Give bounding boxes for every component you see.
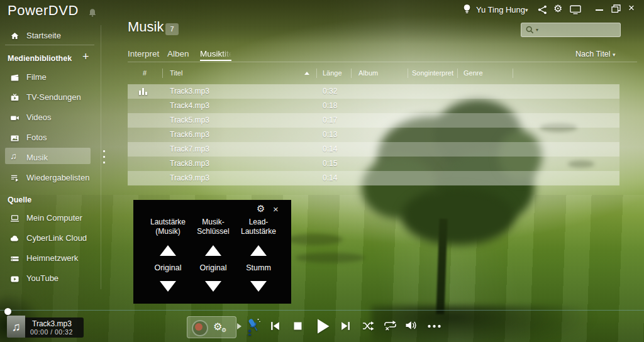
active-tab-underline <box>200 60 231 61</box>
popup-label: Lautstärke (Musik) <box>145 218 191 236</box>
popup-close-icon[interactable]: × <box>273 204 279 214</box>
page-title: Musik <box>128 19 164 35</box>
sidebar-item-youtube[interactable]: YouTube <box>0 272 101 287</box>
photo-icon <box>10 133 19 143</box>
next-track-icon[interactable] <box>340 321 351 331</box>
column-header-songinterpret[interactable]: Songinterpret <box>412 69 453 77</box>
play-icon[interactable] <box>316 318 330 334</box>
popup-value: Stumm <box>236 263 281 272</box>
table-row[interactable]: Track4.mp3 0:18 <box>128 99 619 113</box>
playlist-icon <box>10 174 19 183</box>
youtube-icon <box>10 274 19 284</box>
table-row[interactable]: Track3.mp3 0:32 <box>128 84 619 99</box>
record-button[interactable] <box>192 320 208 336</box>
column-header-titel[interactable]: Titel <box>170 69 182 77</box>
sidebar-item-fotos[interactable]: Fotos <box>0 131 101 146</box>
table-row[interactable]: Track5.mp3 0:17 <box>128 113 619 128</box>
decrease-button[interactable] <box>160 281 176 292</box>
audio-adjust-popup: ⚙ × Lautstärke (Musik) Original Musik-Sc… <box>133 200 291 304</box>
videocam-icon <box>10 113 19 123</box>
repeat-off-icon[interactable] <box>383 320 398 331</box>
music-note-icon: ♫ <box>10 151 17 161</box>
share-icon[interactable] <box>538 5 547 14</box>
minimize-icon[interactable] <box>596 9 603 11</box>
column-header-album[interactable]: Album <box>358 69 378 77</box>
now-playing-thumbnail: ♫ <box>7 316 25 338</box>
search-icon[interactable] <box>526 26 534 34</box>
computer-icon <box>10 214 19 223</box>
home-icon <box>10 31 19 41</box>
sort-ascending-icon <box>304 72 309 75</box>
search-input[interactable] <box>543 24 619 36</box>
sidebar-item-wiedergabelisten[interactable]: Wiedergabelisten <box>0 171 101 186</box>
tab-musiktitel[interactable]: Musiktitel <box>200 49 231 58</box>
user-menu[interactable]: Yu Ting Hung <box>476 5 525 14</box>
sidebar-section-divider <box>5 45 94 45</box>
stop-icon[interactable] <box>293 321 303 331</box>
sidebar-item-cyberlink-cloud[interactable]: CyberLink Cloud <box>0 231 101 246</box>
sidebar-item-tv-sendungen[interactable]: TV-Sendungen <box>0 91 101 106</box>
sidebar-item-videos[interactable]: Videos <box>0 111 101 126</box>
user-name: Yu Ting Hung <box>476 5 525 14</box>
sidebar-item-startseite[interactable]: Startseite <box>0 29 101 44</box>
column-header-num: # <box>143 69 147 77</box>
column-separator <box>162 69 163 78</box>
decrease-button[interactable] <box>250 281 267 292</box>
table-row[interactable]: Track8.mp3 0:15 <box>128 157 619 171</box>
decrease-button[interactable] <box>205 281 221 292</box>
tab-interpret[interactable]: Interpret <box>128 49 159 58</box>
powerdvd-window: PowerDVD Yu Ting Hung ▾ ⚙ × Startseite M… <box>0 0 644 342</box>
shuffle-icon[interactable] <box>362 321 375 331</box>
expand-tools-arrow-icon[interactable] <box>237 323 242 329</box>
sidebar-item-heimnetzwerk[interactable]: Heimnetzwerk <box>0 251 101 267</box>
search-scope-caret-icon[interactable]: ▾ <box>536 27 538 33</box>
library-section-header: Medienbibliothek <box>8 54 72 63</box>
sort-dropdown[interactable]: Nach Titel ▾ <box>575 50 616 58</box>
sidebar-item-musik[interactable]: ♫ Musik <box>0 151 101 166</box>
popup-value: Original <box>191 263 236 272</box>
user-menu-caret-icon[interactable]: ▾ <box>525 7 528 13</box>
sidebar-divider <box>101 25 101 289</box>
popup-label: Musik-Schlüssel <box>191 218 236 236</box>
increase-button[interactable] <box>160 245 176 256</box>
source-section-header: Quelle <box>8 196 31 204</box>
now-playing-title: Track3.mp3 <box>32 319 72 328</box>
table-row[interactable]: Track9.mp3 0:14 <box>128 171 619 185</box>
increase-button[interactable] <box>250 245 267 256</box>
sidebar-item-filme[interactable]: Filme <box>0 70 101 86</box>
search-box: ▾ <box>521 23 621 37</box>
background-smudge <box>286 234 343 245</box>
karaoke-icon[interactable] <box>246 317 261 336</box>
sidebar-resize-handle[interactable] <box>103 146 105 167</box>
table-row[interactable]: Track7.mp3 0:14 <box>128 142 619 157</box>
content-divider <box>128 62 637 62</box>
now-playing-time: 00:00 / 00:32 <box>30 328 73 336</box>
tab-alben[interactable]: Alben <box>167 49 189 58</box>
network-icon <box>10 254 19 263</box>
play-to-device-icon[interactable] <box>570 5 581 14</box>
settings-gear-icon[interactable]: ⚙ <box>553 4 562 14</box>
popup-settings-gear-icon[interactable]: ⚙ <box>257 203 265 214</box>
add-media-button[interactable]: + <box>82 50 89 63</box>
whats-new-bulb-icon[interactable] <box>463 4 471 14</box>
seek-bar[interactable] <box>0 310 644 311</box>
close-window-icon[interactable]: × <box>628 3 635 13</box>
popup-label: Lead-Lautstärke <box>236 218 281 236</box>
increase-button[interactable] <box>205 245 221 256</box>
sidebar-item-mein-computer[interactable]: Mein Computer <box>0 211 101 226</box>
previous-track-icon[interactable] <box>270 321 280 331</box>
notification-bell-icon[interactable] <box>89 8 96 17</box>
seek-knob[interactable] <box>4 308 11 315</box>
item-count-badge: 7 <box>165 23 179 35</box>
volume-icon[interactable] <box>405 320 418 331</box>
app-logo: PowerDVD <box>8 3 79 19</box>
column-separator <box>513 69 513 78</box>
table-row[interactable]: Track6.mp3 0:13 <box>128 128 619 142</box>
column-header-laenge[interactable]: Länge <box>323 69 342 77</box>
more-options-icon[interactable] <box>427 324 441 329</box>
sub-gear-icon: ⚙ <box>221 327 226 333</box>
movies-icon <box>10 73 19 82</box>
column-header-genre[interactable]: Genre <box>464 69 483 77</box>
column-separator <box>408 69 408 78</box>
restore-window-icon[interactable] <box>611 4 621 13</box>
